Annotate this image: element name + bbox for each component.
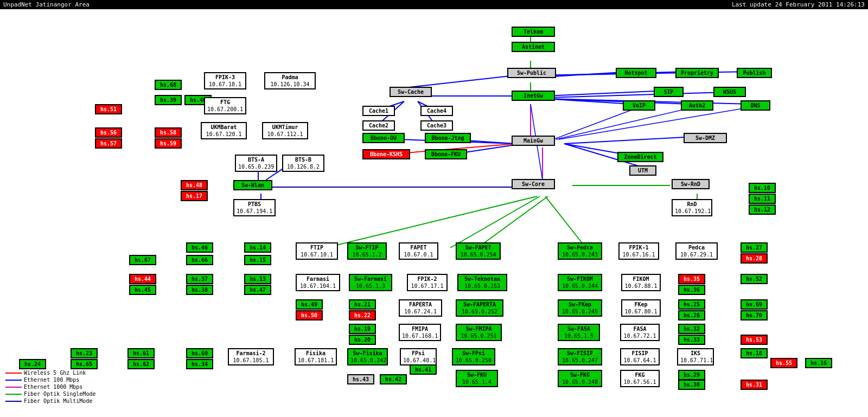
- node-cache2: Cache2: [362, 120, 395, 131]
- header-bar: UnpadNet Jatinangor Area Last update 24 …: [0, 0, 868, 9]
- node-bbone-fku: Bbone-FKU: [425, 149, 467, 159]
- node-hs42: hs.42: [380, 374, 407, 384]
- node-hs52: hs.52: [741, 274, 768, 284]
- node-sw-pedca: Sw-Pedca10.65.0.243: [558, 242, 602, 260]
- node-hs23: hs.23: [71, 348, 98, 358]
- node-sw-dmz: Sw-DMZ: [684, 133, 727, 143]
- node-hs25: hs.25: [678, 299, 705, 310]
- network-diagram: Telkom Astinet Sw-Public InetGw Hotspot …: [0, 9, 868, 410]
- svg-line-35: [477, 196, 548, 248]
- node-hs24: hs.24: [19, 359, 46, 369]
- node-hs17: hs.17: [181, 191, 208, 201]
- node-hs58: hs.58: [155, 127, 182, 138]
- node-hs43: hs.43: [347, 374, 374, 384]
- node-hs15: hs.15: [244, 255, 271, 265]
- node-fmipa: FMIPA10.67.168.1: [399, 324, 441, 341]
- node-hs41: hs.41: [410, 364, 437, 375]
- node-hs10: hs.10: [749, 183, 776, 193]
- svg-line-13: [545, 91, 667, 96]
- node-farmasi2: Farmasi-210.67.105.1: [228, 348, 274, 365]
- node-hs12: hs.12: [749, 204, 776, 215]
- svg-line-15: [545, 99, 632, 104]
- node-bbone-jtng: Bbone-Jtng: [425, 133, 471, 143]
- node-hs35: hs.35: [678, 274, 705, 284]
- legend-eth100-line: [5, 380, 22, 381]
- node-sip: SIP: [654, 87, 684, 97]
- node-hotspot: Hotspot: [616, 68, 656, 78]
- node-hs62: hs.62: [127, 359, 155, 369]
- legend-eth100-label: Ethernet 100 Mbps: [24, 377, 79, 383]
- node-fkep: FKep10.67.80.1: [621, 299, 661, 317]
- node-hs21: hs.21: [349, 299, 376, 310]
- node-hs56: hs.56: [95, 127, 122, 138]
- node-hs22: hs.22: [349, 310, 376, 320]
- node-sw-fpsi: Sw-FPsi10.65.0.250: [452, 348, 495, 365]
- legend-eth1000-label: Ethernet 1000 Mbps: [24, 384, 82, 390]
- node-sw-fisip: Sw-FISIP10.65.0.247: [558, 348, 602, 365]
- node-hs38: hs.38: [186, 285, 213, 295]
- app-title: UnpadNet Jatinangor Area: [3, 1, 90, 8]
- node-sw-fasa: Sw-FASA10.65.1.5: [558, 324, 600, 341]
- last-update: Last update 24 February 2011 14:26:13: [732, 1, 865, 8]
- node-fkg: FKG10.67.56.1: [620, 370, 660, 387]
- node-sw-core: Sw-Core: [512, 179, 555, 189]
- node-hs19: hs.19: [349, 324, 376, 334]
- node-hs55: hs.55: [770, 358, 797, 368]
- node-hs16: hs.16: [805, 358, 832, 368]
- node-hs46: hs.46: [186, 242, 213, 253]
- node-hs48: hs.48: [181, 180, 208, 190]
- node-fikom: FIKOM10.67.88.1: [621, 274, 661, 291]
- node-hs47: hs.47: [244, 285, 271, 295]
- svg-line-6: [404, 75, 515, 88]
- node-hs68: hs.68: [155, 80, 182, 90]
- node-sw-fapet: Sw-FAPET10.65.0.254: [456, 242, 501, 260]
- node-hs13: hs.13: [244, 274, 271, 284]
- node-hs11: hs.11: [749, 194, 776, 204]
- node-utm: UTM: [629, 165, 656, 176]
- node-hs18: hs.18: [741, 348, 768, 358]
- legend-fiber-multi-label: Fiber Optik MultiMode: [24, 398, 92, 404]
- node-hs20: hs.20: [349, 335, 376, 345]
- node-astinet: Astinet: [512, 42, 555, 52]
- svg-line-20: [556, 106, 700, 139]
- node-hs28: hs.28: [741, 253, 768, 264]
- node-hs45: hs.45: [129, 285, 156, 295]
- node-hs49: hs.49: [296, 299, 323, 310]
- node-dns: DNS: [741, 100, 770, 111]
- node-iks: IKS10.67.71.1: [677, 348, 714, 365]
- node-hs70: hs.70: [741, 310, 768, 320]
- node-bbone-ou: Bbone-OU: [362, 133, 405, 143]
- node-rnd: RnD10.67.192.1: [672, 199, 712, 216]
- node-hs67: hs.67: [129, 255, 156, 265]
- node-hs51: hs.51: [95, 104, 122, 114]
- node-fpik2: FPIK-210.67.17.1: [407, 274, 448, 291]
- node-sw-fkg: Sw-FKG10.65.0.248: [558, 370, 602, 387]
- node-hs31: hs.31: [741, 380, 768, 390]
- svg-line-19: [553, 106, 643, 139]
- node-hs69: hs.69: [741, 299, 768, 310]
- node-hs27: hs.27: [741, 242, 768, 253]
- node-sw-fkep: Sw-FKep10.65.0.245: [558, 299, 602, 317]
- node-fpik1: FPIK-110.67.16.1: [618, 242, 659, 260]
- legend-fiber-multi-line: [5, 401, 22, 402]
- node-wsus: WSUS: [713, 87, 746, 97]
- node-sw-fisika: Sw-Fisika10.65.0.242: [347, 348, 388, 365]
- node-hs57: hs.57: [95, 138, 122, 149]
- node-hs30: hs.30: [678, 380, 705, 390]
- node-auth2: Auth2: [681, 100, 713, 111]
- node-sw-rnd: Sw-RnD: [672, 179, 710, 189]
- node-farmasi: Farmasi10.67.104.1: [296, 274, 340, 291]
- node-hs14: hs.14: [244, 242, 271, 253]
- legend-eth1000-line: [5, 387, 22, 388]
- node-hs60: hs.60: [186, 348, 213, 358]
- node-sw-farmasi: Sw-Farmasi10.65.1.3: [349, 274, 392, 291]
- svg-line-16: [545, 99, 692, 104]
- node-hs66: hs.66: [186, 255, 213, 265]
- node-ukmbarat: UKMBarat10.67.120.1: [201, 122, 247, 139]
- node-pedca: Pedca10.67.29.1: [675, 242, 718, 260]
- node-hs65: hs.65: [71, 359, 98, 369]
- svg-line-34: [545, 196, 586, 248]
- node-inetgw: InetGw: [512, 91, 555, 101]
- node-ptbs: PTBS10.67.194.1: [233, 199, 276, 216]
- node-cache1: Cache1: [362, 106, 395, 116]
